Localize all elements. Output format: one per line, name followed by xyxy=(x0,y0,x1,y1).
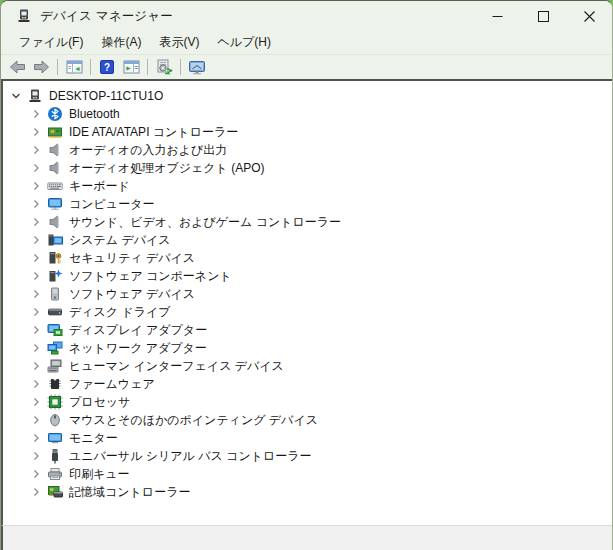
chevron-right-icon[interactable] xyxy=(29,359,43,373)
tree-item-display-adapters[interactable]: ディスプレイ アダプター xyxy=(3,321,612,339)
tree-item-label: オーディオの入力および出力 xyxy=(69,142,227,159)
scan-hardware-changes-button[interactable] xyxy=(152,56,176,78)
tree-item-label: ファームウェア xyxy=(69,376,155,393)
tree-item-label: 印刷キュー xyxy=(69,466,130,483)
tree-item-print-queues[interactable]: 印刷キュー xyxy=(3,465,612,483)
close-button[interactable] xyxy=(566,1,612,31)
chevron-right-icon[interactable] xyxy=(29,107,43,121)
keyboard-icon xyxy=(47,178,63,194)
tree-item-processors[interactable]: プロセッサ xyxy=(3,393,612,411)
chevron-right-icon[interactable] xyxy=(29,125,43,139)
tree-item-software-devices[interactable]: ソフトウェア デバイス xyxy=(3,285,612,303)
tree-item-security-devices[interactable]: セキュリティ デバイス xyxy=(3,249,612,267)
tree-item-label: マウスとそのほかのポインティング デバイス xyxy=(69,412,318,429)
tree-item-monitors[interactable]: モニター xyxy=(3,429,612,447)
software-device-icon xyxy=(47,286,63,302)
title-bar: デバイス マネージャー xyxy=(1,1,612,31)
chevron-right-icon[interactable] xyxy=(29,197,43,211)
scan-hardware-icon xyxy=(155,59,173,75)
hid-icon xyxy=(47,358,63,374)
minimize-button[interactable] xyxy=(474,1,520,31)
maximize-button[interactable] xyxy=(520,1,566,31)
chevron-right-icon[interactable] xyxy=(29,413,43,427)
chevron-right-icon[interactable] xyxy=(29,215,43,229)
chevron-right-icon[interactable] xyxy=(29,449,43,463)
svg-text:?: ? xyxy=(104,62,110,73)
show-hide-console-tree-button[interactable] xyxy=(62,56,86,78)
chevron-right-icon[interactable] xyxy=(29,305,43,319)
menu-item-view[interactable]: 表示(V) xyxy=(150,31,208,54)
chevron-right-icon[interactable] xyxy=(29,431,43,445)
audio-endpoint-icon xyxy=(47,142,63,158)
tree-item-label: システム デバイス xyxy=(69,232,171,249)
tree-item-audio-processing-objects[interactable]: オーディオ処理オブジェクト (APO) xyxy=(3,159,612,177)
tree-item-computer[interactable]: コンピューター xyxy=(3,195,612,213)
device-manager-app-icon xyxy=(16,8,32,24)
mouse-icon xyxy=(47,412,63,428)
audio-endpoint-icon xyxy=(47,214,63,230)
arrow-left-icon xyxy=(9,60,26,74)
tree-item-keyboards[interactable]: キーボード xyxy=(3,177,612,195)
tree-item-audio-inputs-outputs[interactable]: オーディオの入力および出力 xyxy=(3,141,612,159)
tree-item-mice-pointing-devices[interactable]: マウスとそのほかのポインティング デバイス xyxy=(3,411,612,429)
menu-item-file[interactable]: ファイル(F) xyxy=(10,31,92,54)
menu-item-help[interactable]: ヘルプ(H) xyxy=(208,31,280,54)
tree-item-human-interface-devices[interactable]: ヒューマン インターフェイス デバイス xyxy=(3,357,612,375)
chevron-right-icon[interactable] xyxy=(29,251,43,265)
chevron-right-icon[interactable] xyxy=(29,467,43,481)
chevron-right-icon[interactable] xyxy=(29,233,43,247)
tree-item-label: モニター xyxy=(69,430,118,447)
toolbar-separator xyxy=(180,59,181,75)
tree-item-label: ソフトウェア コンポーネント xyxy=(69,268,232,285)
chevron-right-icon[interactable] xyxy=(29,287,43,301)
minimize-icon xyxy=(492,11,503,22)
remote-computer-button[interactable] xyxy=(185,56,209,78)
tree-item-ide-ata-atapi-controllers[interactable]: IDE ATA/ATAPI コントローラー xyxy=(3,123,612,141)
tree-item-label: ディスク ドライブ xyxy=(69,304,171,321)
tree-item-software-components[interactable]: ソフトウェア コンポーネント xyxy=(3,267,612,285)
chevron-down-icon[interactable] xyxy=(9,89,23,103)
show-hide-action-pane-button[interactable] xyxy=(119,56,143,78)
chevron-right-icon[interactable] xyxy=(29,269,43,283)
chevron-right-icon[interactable] xyxy=(29,395,43,409)
help-icon: ? xyxy=(100,60,114,74)
chevron-right-icon[interactable] xyxy=(29,179,43,193)
tree-item-usb-controllers[interactable]: ユニバーサル シリアル バス コントローラー xyxy=(3,447,612,465)
device-manager-window: デバイス マネージャー ファイル(F)操作(A)表示(V)ヘルプ(H) ? DE… xyxy=(0,0,613,550)
console-tree-icon xyxy=(66,59,83,75)
forward-button[interactable] xyxy=(29,56,53,78)
toolbar: ? xyxy=(1,55,612,81)
chevron-right-icon[interactable] xyxy=(29,485,43,499)
toolbar-separator xyxy=(147,59,148,75)
firmware-icon xyxy=(47,376,63,392)
menu-bar: ファイル(F)操作(A)表示(V)ヘルプ(H) xyxy=(1,31,612,55)
back-button[interactable] xyxy=(5,56,29,78)
display-adapter-icon xyxy=(47,322,63,338)
computer-root-icon xyxy=(27,88,43,104)
tree-item-label: コンピューター xyxy=(69,196,154,213)
tree-item-bluetooth[interactable]: Bluetooth xyxy=(3,105,612,123)
tree-item-label: ソフトウェア デバイス xyxy=(69,286,195,303)
tree-item-firmware[interactable]: ファームウェア xyxy=(3,375,612,393)
maximize-icon xyxy=(538,11,549,22)
tree-item-label: ネットワーク アダプター xyxy=(69,340,207,357)
monitor-icon xyxy=(47,430,63,446)
tree-item-system-devices[interactable]: システム デバイス xyxy=(3,231,612,249)
chevron-right-icon[interactable] xyxy=(29,323,43,337)
tree-item-disk-drives[interactable]: ディスク ドライブ xyxy=(3,303,612,321)
chevron-right-icon[interactable] xyxy=(29,341,43,355)
tree-item-network-adapters[interactable]: ネットワーク アダプター xyxy=(3,339,612,357)
network-adapter-icon xyxy=(47,340,63,356)
chevron-right-icon[interactable] xyxy=(29,143,43,157)
system-device-icon xyxy=(47,232,63,248)
caption-buttons xyxy=(474,1,612,31)
tree-item-sound-video-game[interactable]: サウンド、ビデオ、およびゲーム コントローラー xyxy=(3,213,612,231)
menu-item-action[interactable]: 操作(A) xyxy=(92,31,150,54)
tree-item-label: キーボード xyxy=(69,178,130,195)
device-tree: DESKTOP-11CTU1OBluetoothIDE ATA/ATAPI コン… xyxy=(1,81,612,523)
tree-item-storage-controllers[interactable]: 記憶域コントローラー xyxy=(3,483,612,501)
chevron-right-icon[interactable] xyxy=(29,161,43,175)
help-button[interactable]: ? xyxy=(95,56,119,78)
tree-item-desktop-11ctu1o[interactable]: DESKTOP-11CTU1O xyxy=(3,87,612,105)
chevron-right-icon[interactable] xyxy=(29,377,43,391)
